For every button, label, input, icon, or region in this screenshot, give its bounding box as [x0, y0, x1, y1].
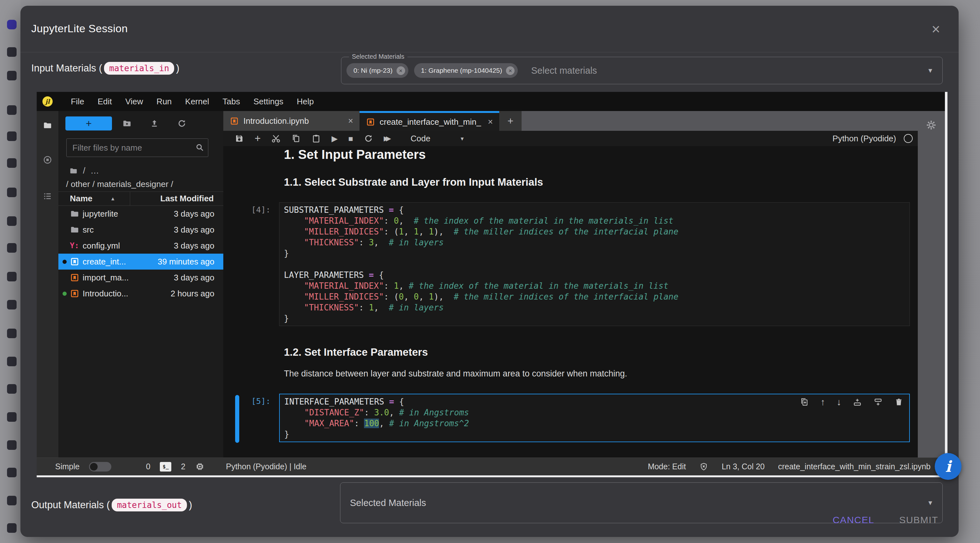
- file-browser-tab-icon[interactable]: [43, 121, 52, 130]
- column-name[interactable]: Name: [70, 194, 92, 204]
- running-sessions-tab-icon[interactable]: [43, 155, 52, 165]
- menu-file[interactable]: File: [64, 97, 91, 107]
- terminals-count[interactable]: 0: [146, 462, 150, 471]
- cut-icon[interactable]: [271, 134, 281, 143]
- insert-cell-icon[interactable]: +: [255, 134, 261, 143]
- background-app-icon: [7, 440, 17, 450]
- insert-cell-above-icon[interactable]: [853, 398, 862, 407]
- insert-cell-below-icon[interactable]: [873, 398, 883, 407]
- info-button[interactable]: i: [935, 453, 961, 480]
- trust-shield-icon[interactable]: [699, 462, 708, 471]
- chevron-down-icon[interactable]: ▾: [461, 135, 464, 142]
- submit-button[interactable]: SUBMIT: [899, 514, 938, 525]
- chevron-down-icon[interactable]: ▼: [927, 67, 934, 74]
- column-last-modified[interactable]: Last Modified: [160, 194, 214, 204]
- kernel-running-dot: [62, 291, 67, 296]
- materials-out-badge: materials_out: [111, 498, 187, 511]
- kernel-indicator[interactable]: Python (Pyodide): [833, 134, 918, 143]
- file-browser-panel: +: [58, 111, 223, 457]
- stop-kernel-icon[interactable]: ■: [348, 134, 353, 143]
- background-app-icon: [7, 468, 17, 477]
- tab-close-icon[interactable]: ×: [342, 116, 353, 126]
- move-cell-up-icon[interactable]: ↑: [821, 398, 825, 407]
- kernels-count[interactable]: 2: [181, 462, 185, 471]
- background-sidebar: [0, 0, 21, 543]
- output-materials-label: Output Materials ( materials_out ): [31, 498, 192, 511]
- cpu-chip-icon[interactable]: [195, 462, 205, 471]
- material-chip[interactable]: 1: Graphene (mp-1040425)×: [414, 63, 518, 78]
- tab-close-icon[interactable]: ×: [481, 117, 493, 127]
- background-app-icon: [7, 523, 17, 533]
- refresh-icon[interactable]: [177, 119, 187, 128]
- filter-files-input[interactable]: [66, 139, 208, 157]
- chip-remove-icon[interactable]: ×: [396, 66, 405, 75]
- file-row[interactable]: create_int...39 minutes ago: [58, 254, 223, 269]
- notebook-heading-1-1: 1.1. Select Substrate and Layer from Inp…: [284, 176, 543, 188]
- cell-editor[interactable]: INTERFACE_PARAMETERS = { "DISTANCE_Z": 3…: [279, 394, 910, 442]
- new-launcher-button[interactable]: +: [65, 116, 112, 131]
- simple-mode-label: Simple: [55, 462, 80, 471]
- file-modified: 3 days ago: [174, 241, 215, 251]
- header-divider: [21, 52, 959, 53]
- file-row[interactable]: Introductio...2 hours ago: [58, 285, 223, 301]
- page-backdrop: JupyterLite Session × Input Materials ( …: [0, 0, 980, 543]
- terminal-icon[interactable]: $_: [160, 462, 171, 471]
- file-row[interactable]: Y:config.yml3 days ago: [58, 238, 223, 254]
- menu-tabs[interactable]: Tabs: [216, 97, 247, 107]
- cell-type-dropdown[interactable]: Code: [410, 134, 430, 143]
- cell-editor[interactable]: SUBSTRATE_PARAMETERS = { "MATERIAL_INDEX…: [279, 202, 910, 326]
- input-materials-prefix: Input Materials (: [31, 62, 102, 74]
- cancel-button[interactable]: CANCEL: [833, 514, 874, 525]
- duplicate-cell-icon[interactable]: [800, 398, 809, 407]
- table-of-contents-tab-icon[interactable]: [43, 191, 52, 201]
- code-line: [284, 259, 905, 269]
- simple-mode-toggle[interactable]: [89, 462, 111, 471]
- cursor-position[interactable]: Ln 3, Col 20: [722, 462, 765, 471]
- menu-help[interactable]: Help: [290, 97, 320, 107]
- menu-kernel[interactable]: Kernel: [178, 97, 216, 107]
- tab-label[interactable]: create_interface_with_min_: [380, 117, 481, 127]
- status-filename: create_interface_with_min_strain_zsl.ipy…: [778, 462, 931, 471]
- toggle-knob: [90, 463, 98, 471]
- paste-icon[interactable]: [311, 134, 321, 143]
- close-icon[interactable]: ×: [932, 22, 940, 37]
- menu-run[interactable]: Run: [150, 97, 179, 107]
- chip-remove-icon[interactable]: ×: [506, 66, 515, 75]
- status-bar: Simple 0 $_ 2 Python (Pyodide) | Idle: [37, 457, 945, 475]
- move-cell-down-icon[interactable]: ↓: [837, 398, 842, 407]
- restart-run-all-icon[interactable]: ▶▶: [384, 134, 391, 143]
- breadcrumb[interactable]: / …: [69, 166, 99, 176]
- kernel-status-text[interactable]: Python (Pyodide) | Idle: [226, 462, 306, 471]
- notebook-file-icon: [70, 257, 80, 266]
- delete-cell-icon[interactable]: [894, 398, 904, 407]
- new-folder-icon[interactable]: [122, 119, 132, 128]
- tab-introduction-ipynb[interactable]: Introduction.ipynb ×: [223, 111, 360, 131]
- run-cell-icon[interactable]: ▶: [331, 134, 337, 143]
- breadcrumb-root[interactable]: /: [83, 166, 86, 176]
- chevron-down-icon[interactable]: ▼: [927, 499, 934, 506]
- menu-settings[interactable]: Settings: [247, 97, 290, 107]
- add-tab-button[interactable]: +: [499, 111, 522, 131]
- upload-icon[interactable]: [150, 119, 159, 128]
- background-app-icon: [7, 300, 17, 309]
- tab-label[interactable]: Introduction.ipynb: [243, 116, 309, 126]
- material-chip[interactable]: 0: Ni (mp-23)×: [347, 63, 408, 78]
- menu-edit[interactable]: Edit: [91, 97, 119, 107]
- menu-view[interactable]: View: [119, 97, 150, 107]
- sort-ascending-icon[interactable]: ▲: [110, 196, 116, 202]
- input-materials-select[interactable]: Selected Materials 0: Ni (mp-23)×1: Grap…: [341, 57, 943, 84]
- file-modified: 39 minutes ago: [158, 257, 215, 267]
- jupyter-menubar: jl FileEditViewRunKernelTabsSettingsHelp: [37, 92, 945, 111]
- copy-icon[interactable]: [291, 134, 301, 143]
- save-icon[interactable]: [234, 134, 244, 143]
- file-row[interactable]: import_ma...3 days ago: [58, 269, 223, 285]
- file-row[interactable]: jupyterlite3 days ago: [58, 206, 223, 222]
- home-folder-icon[interactable]: [69, 167, 78, 175]
- file-row[interactable]: src3 days ago: [58, 222, 223, 238]
- breadcrumb-ellipsis[interactable]: …: [91, 166, 99, 176]
- mode-indicator[interactable]: Mode: Edit: [648, 462, 686, 471]
- tab-create-interface[interactable]: create_interface_with_min_ ×: [360, 111, 499, 131]
- gear-icon[interactable]: [926, 119, 937, 131]
- restart-kernel-icon[interactable]: [364, 134, 373, 143]
- breadcrumb-path[interactable]: / other / materials_designer /: [66, 179, 173, 189]
